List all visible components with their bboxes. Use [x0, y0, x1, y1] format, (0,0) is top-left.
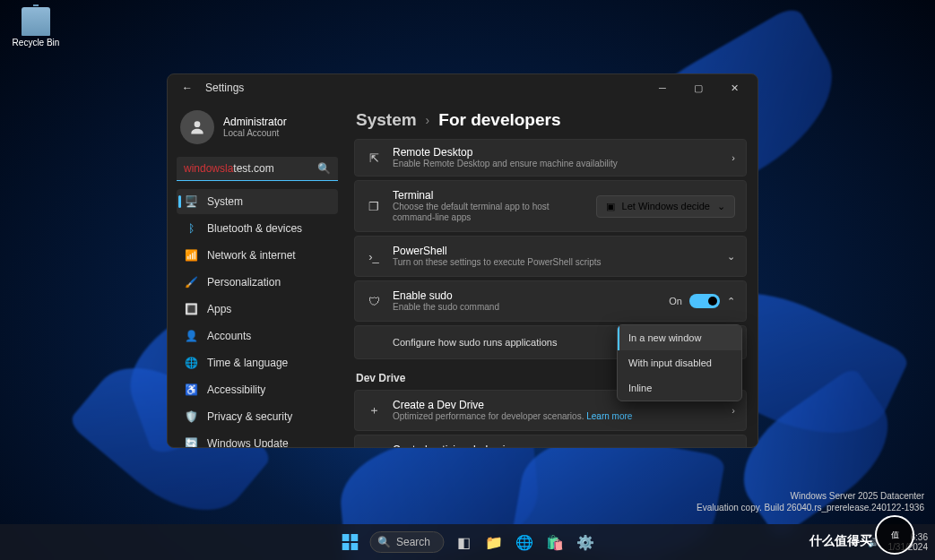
- dropdown-item[interactable]: With input disabled: [618, 350, 741, 375]
- learn-more-link[interactable]: Learn more: [586, 411, 632, 421]
- taskbar-app-store[interactable]: 🛍️: [541, 528, 569, 556]
- breadcrumb-leaf: For developers: [438, 110, 560, 130]
- card-powershell[interactable]: ›_ PowerShell Turn on these settings to …: [354, 236, 747, 277]
- brand-watermark-text: 什么值得买: [809, 533, 872, 549]
- toggle-label: On: [669, 296, 682, 306]
- brush-icon: 🖌️: [184, 275, 198, 289]
- back-button[interactable]: ←: [177, 82, 198, 94]
- card-desc: Optimized performance for developer scen…: [393, 411, 721, 422]
- search-icon: 🔍: [377, 536, 391, 548]
- card-title: Control antivirus behavior: [393, 444, 716, 447]
- powershell-icon: ›_: [366, 250, 382, 263]
- card-title: PowerShell: [393, 245, 716, 257]
- dropdown-icon: ▣: [606, 201, 615, 212]
- card-desc: Choose the default terminal app to host …: [393, 202, 585, 223]
- clock-icon: 🌐: [184, 356, 198, 370]
- sidebar-item-label: Accounts: [207, 330, 251, 342]
- apps-icon: 🔳: [184, 302, 198, 316]
- sidebar: Administrator Local Account windowslates…: [168, 101, 347, 447]
- update-icon: 🔄: [184, 436, 198, 447]
- breadcrumb-root[interactable]: System: [356, 110, 417, 130]
- sudo-config-row[interactable]: Configure how sudo runs applications In …: [354, 325, 747, 359]
- settings-window: ← Settings ─ ▢ ✕ Administrator Local Acc…: [167, 73, 758, 448]
- svg-rect-3: [342, 543, 349, 550]
- chevron-right-icon: ›: [732, 152, 735, 163]
- chevron-up-icon: ⌃: [727, 296, 735, 307]
- card-remote-desktop[interactable]: ⇱ Remote Desktop Enable Remote Desktop a…: [354, 139, 747, 177]
- plus-icon: ＋: [366, 402, 382, 418]
- sidebar-item-accessibility[interactable]: ♿Accessibility: [177, 377, 338, 402]
- terminal-dropdown[interactable]: ▣ Let Windows decide ⌄: [596, 195, 735, 218]
- sidebar-item-label: Apps: [207, 303, 231, 315]
- maximize-button[interactable]: ▢: [680, 75, 716, 100]
- card-desc: Enable Remote Desktop and ensure machine…: [393, 159, 721, 169]
- chevron-right-icon: ›: [732, 405, 735, 416]
- dropdown-item[interactable]: In a new window: [618, 325, 741, 350]
- task-view-button[interactable]: ◧: [449, 528, 478, 556]
- config-label: Configure how sudo runs applications: [393, 337, 557, 348]
- card-terminal[interactable]: ❐ Terminal Choose the default terminal a…: [354, 180, 747, 232]
- sudo-toggle[interactable]: [689, 294, 720, 308]
- recycle-bin-icon: [22, 7, 50, 36]
- sidebar-item-label: Personalization: [207, 276, 281, 289]
- chevron-right-icon: ›: [426, 113, 430, 127]
- person-icon: 👤: [184, 329, 198, 343]
- bluetooth-icon: ᛒ: [184, 221, 198, 236]
- desktop-icon-recycle-bin[interactable]: Recycle Bin: [7, 7, 65, 47]
- close-button[interactable]: ✕: [716, 75, 752, 100]
- chevron-down-icon: ⌄: [727, 251, 735, 263]
- taskbar-search[interactable]: 🔍 Search: [369, 531, 444, 553]
- sidebar-item-label: Windows Update: [207, 437, 289, 447]
- card-title: Remote Desktop: [393, 146, 721, 159]
- svg-rect-1: [342, 534, 349, 541]
- sidebar-item-label: Accessibility: [207, 383, 265, 396]
- svg-rect-2: [351, 534, 358, 541]
- titlebar: ← Settings ─ ▢ ✕: [168, 74, 758, 101]
- card-antivirus[interactable]: 🛡 Control antivirus behavior Control Mic…: [354, 435, 747, 447]
- sidebar-item-bluetooth[interactable]: ᛒBluetooth & devices: [177, 216, 338, 241]
- search-box[interactable]: windowslatest.com 🔍: [177, 157, 338, 181]
- search-icon: 🔍: [317, 162, 331, 175]
- sidebar-item-label: Network & internet: [207, 249, 296, 262]
- chevron-down-icon: ⌄: [717, 201, 725, 212]
- sidebar-item-privacy[interactable]: 🛡️Privacy & security: [177, 404, 338, 429]
- breadcrumb: System › For developers: [356, 110, 747, 130]
- window-title: Settings: [205, 82, 645, 94]
- sidebar-item-update[interactable]: 🔄Windows Update: [177, 431, 338, 447]
- sidebar-item-personalization[interactable]: 🖌️Personalization: [177, 270, 338, 295]
- content: System › For developers ⇱ Remote Desktop…: [347, 101, 758, 447]
- taskbar-app-edge[interactable]: 🌐: [510, 528, 539, 556]
- profile-sub: Local Account: [223, 128, 287, 139]
- evaluation-watermark: Windows Server 2025 Datacenter Evaluatio…: [697, 490, 924, 513]
- sudo-mode-dropdown: In a new window With input disabled Inli…: [617, 324, 742, 401]
- profile[interactable]: Administrator Local Account: [177, 107, 338, 153]
- sidebar-item-system[interactable]: 🖥️System: [177, 189, 338, 214]
- display-icon: 🖥️: [184, 194, 198, 209]
- svg-rect-4: [351, 543, 358, 550]
- taskbar: 🔍 Search ◧ 📁 🌐 🛍️ ⚙️ ˄ 🖥 🔊 6:36 1/31/202…: [0, 524, 935, 560]
- profile-name: Administrator: [223, 116, 287, 128]
- profile-text: Administrator Local Account: [223, 116, 287, 139]
- sidebar-item-accounts[interactable]: 👤Accounts: [177, 323, 338, 349]
- sidebar-item-label: Bluetooth & devices: [207, 222, 302, 235]
- card-desc: Enable the sudo command: [393, 302, 658, 313]
- sidebar-item-label: Time & language: [207, 357, 288, 369]
- dropdown-item[interactable]: Inline: [618, 375, 741, 401]
- svg-point-0: [195, 121, 201, 127]
- search-input[interactable]: [177, 157, 338, 181]
- terminal-icon: ❐: [366, 200, 382, 213]
- dropdown-value: Let Windows decide: [622, 201, 710, 211]
- sidebar-item-network[interactable]: 📶Network & internet: [177, 243, 338, 268]
- sidebar-item-time[interactable]: 🌐Time & language: [177, 350, 338, 375]
- start-button[interactable]: [335, 528, 364, 556]
- avatar: [180, 110, 214, 144]
- sidebar-item-apps[interactable]: 🔳Apps: [177, 297, 338, 322]
- shield-icon: 🛡: [366, 295, 382, 308]
- sidebar-item-label: System: [207, 195, 243, 208]
- shield-icon: 🛡️: [184, 409, 198, 424]
- taskbar-app-explorer[interactable]: 📁: [480, 528, 508, 556]
- taskbar-app-settings[interactable]: ⚙️: [571, 528, 600, 556]
- minimize-button[interactable]: ─: [645, 75, 680, 100]
- card-enable-sudo[interactable]: 🛡 Enable sudo Enable the sudo command On…: [354, 280, 747, 322]
- recycle-bin-label: Recycle Bin: [7, 38, 65, 47]
